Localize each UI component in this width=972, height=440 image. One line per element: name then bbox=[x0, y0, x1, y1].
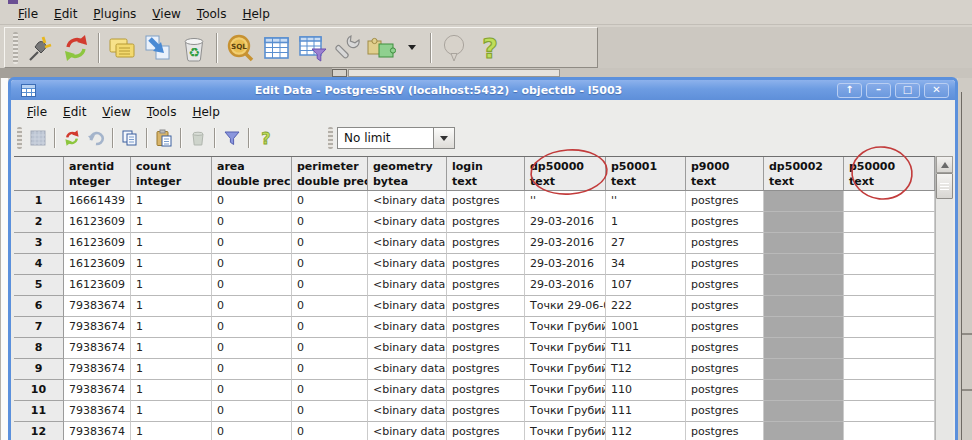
data-cell[interactable]: 29-03-2016 bbox=[525, 254, 606, 275]
data-cell[interactable]: Точки 29-06-06 bbox=[525, 296, 606, 317]
data-cell[interactable]: postgres bbox=[447, 254, 525, 275]
data-cell[interactable]: postgres bbox=[686, 191, 764, 212]
data-cell[interactable]: Точки Грубий bbox=[525, 401, 606, 422]
data-cell[interactable]: 27 bbox=[606, 233, 686, 254]
data-cell[interactable]: postgres bbox=[686, 275, 764, 296]
data-cell[interactable]: 1 bbox=[131, 254, 212, 275]
data-cell[interactable]: 0 bbox=[292, 317, 368, 338]
app-menu-file[interactable]: File bbox=[10, 5, 46, 23]
row-number-cell[interactable]: 8 bbox=[14, 338, 64, 359]
data-cell[interactable]: 0 bbox=[292, 191, 368, 212]
toolbar-grip[interactable] bbox=[328, 127, 333, 149]
data-cell[interactable]: 0 bbox=[212, 401, 292, 422]
data-cell[interactable]: <binary data> bbox=[368, 296, 447, 317]
data-cell[interactable]: 29-03-2016 bbox=[525, 275, 606, 296]
data-cell[interactable] bbox=[764, 380, 844, 401]
win-menu-view[interactable]: View bbox=[94, 103, 138, 121]
data-cell[interactable]: Точки Грубий bbox=[525, 380, 606, 401]
data-cell[interactable]: 0 bbox=[292, 254, 368, 275]
row-number-cell[interactable]: 7 bbox=[14, 317, 64, 338]
data-cell[interactable]: 1 bbox=[131, 338, 212, 359]
data-cell[interactable]: postgres bbox=[447, 275, 525, 296]
data-cell[interactable] bbox=[764, 254, 844, 275]
app-menu-view[interactable]: View bbox=[144, 5, 188, 23]
row-number-cell[interactable]: 11 bbox=[14, 401, 64, 422]
row-number-cell[interactable]: 3 bbox=[14, 233, 64, 254]
data-cell[interactable]: 1 bbox=[606, 212, 686, 233]
data-cell[interactable]: 79383674 bbox=[64, 338, 131, 359]
data-cell[interactable] bbox=[844, 338, 935, 359]
data-cell[interactable] bbox=[844, 296, 935, 317]
update-button[interactable] bbox=[140, 30, 176, 66]
delete-button[interactable] bbox=[186, 126, 210, 150]
win-menu-tools[interactable]: Tools bbox=[139, 103, 185, 121]
data-cell[interactable] bbox=[764, 296, 844, 317]
data-cell[interactable]: <binary data> bbox=[368, 317, 447, 338]
close-button[interactable]: ✕ bbox=[924, 83, 949, 98]
data-cell[interactable]: 1 bbox=[131, 191, 212, 212]
data-cell[interactable]: 29-03-2016 bbox=[525, 233, 606, 254]
data-cell[interactable] bbox=[844, 191, 935, 212]
drop-button[interactable]: ♻ bbox=[176, 30, 212, 66]
data-cell[interactable]: postgres bbox=[686, 338, 764, 359]
data-cell[interactable]: 0 bbox=[212, 296, 292, 317]
data-cell[interactable]: 0 bbox=[292, 422, 368, 440]
app-help-button[interactable]: ? bbox=[472, 30, 508, 66]
data-cell[interactable]: 1 bbox=[131, 422, 212, 440]
data-cell[interactable]: 0 bbox=[292, 296, 368, 317]
data-cell[interactable]: 0 bbox=[292, 401, 368, 422]
data-cell[interactable]: 0 bbox=[212, 317, 292, 338]
row-number-cell[interactable]: 12 bbox=[14, 422, 64, 440]
data-cell[interactable]: 16661439 bbox=[64, 191, 131, 212]
window-titlebar[interactable]: Edit Data - PostgresSRV (localhost:5432)… bbox=[11, 80, 955, 100]
data-cell[interactable] bbox=[844, 380, 935, 401]
copy-button[interactable] bbox=[118, 126, 142, 150]
data-cell[interactable]: <binary data> bbox=[368, 338, 447, 359]
data-cell[interactable] bbox=[764, 212, 844, 233]
data-cell[interactable] bbox=[844, 212, 935, 233]
p50000-column-header[interactable]: p50000text bbox=[844, 157, 935, 190]
data-cell[interactable]: <binary data> bbox=[368, 422, 447, 440]
data-cell[interactable]: 34 bbox=[606, 254, 686, 275]
data-cell[interactable]: '' bbox=[606, 191, 686, 212]
scrollbar-thumb[interactable] bbox=[936, 173, 953, 199]
data-cell[interactable]: 1 bbox=[131, 317, 212, 338]
data-cell[interactable] bbox=[764, 338, 844, 359]
data-cell[interactable]: postgres bbox=[447, 317, 525, 338]
data-cell[interactable]: 0 bbox=[292, 359, 368, 380]
paste-button[interactable] bbox=[152, 126, 176, 150]
data-cell[interactable]: postgres bbox=[447, 191, 525, 212]
data-cell[interactable] bbox=[764, 191, 844, 212]
data-cell[interactable]: <binary data> bbox=[368, 254, 447, 275]
data-cell[interactable]: <binary data> bbox=[368, 275, 447, 296]
data-cell[interactable]: T11 bbox=[606, 338, 686, 359]
row-number-cell[interactable]: 6 bbox=[14, 296, 64, 317]
data-cell[interactable]: <binary data> bbox=[368, 359, 447, 380]
vertical-scrollbar[interactable] bbox=[935, 156, 953, 440]
data-cell[interactable] bbox=[764, 359, 844, 380]
data-cell[interactable]: 0 bbox=[212, 338, 292, 359]
refresh-data-button[interactable] bbox=[60, 126, 84, 150]
data-cell[interactable]: postgres bbox=[447, 380, 525, 401]
hint-button[interactable] bbox=[436, 30, 472, 66]
app-menu-help[interactable]: Help bbox=[234, 5, 277, 23]
data-cell[interactable]: 0 bbox=[212, 359, 292, 380]
connect-button[interactable] bbox=[22, 30, 58, 66]
data-cell[interactable]: Точки Грубий bbox=[525, 338, 606, 359]
data-cell[interactable] bbox=[844, 359, 935, 380]
row-limit-combobox[interactable]: No limit bbox=[337, 127, 434, 149]
maximize-button[interactable]: □ bbox=[895, 83, 920, 98]
properties-button[interactable] bbox=[104, 30, 140, 66]
restore-button[interactable]: ↑ bbox=[837, 83, 862, 98]
data-cell[interactable]: 79383674 bbox=[64, 317, 131, 338]
data-cell[interactable]: postgres bbox=[686, 359, 764, 380]
data-cell[interactable] bbox=[764, 317, 844, 338]
data-cell[interactable]: 0 bbox=[212, 233, 292, 254]
row-limit-dropdown-button[interactable] bbox=[434, 127, 455, 149]
data-cell[interactable]: 0 bbox=[292, 275, 368, 296]
data-cell[interactable]: 111 bbox=[606, 401, 686, 422]
plugins-dropdown-button[interactable] bbox=[396, 30, 426, 66]
count-column-header[interactable]: countinteger bbox=[131, 157, 212, 190]
save-button[interactable] bbox=[26, 126, 50, 150]
win-menu-file[interactable]: File bbox=[19, 103, 55, 121]
